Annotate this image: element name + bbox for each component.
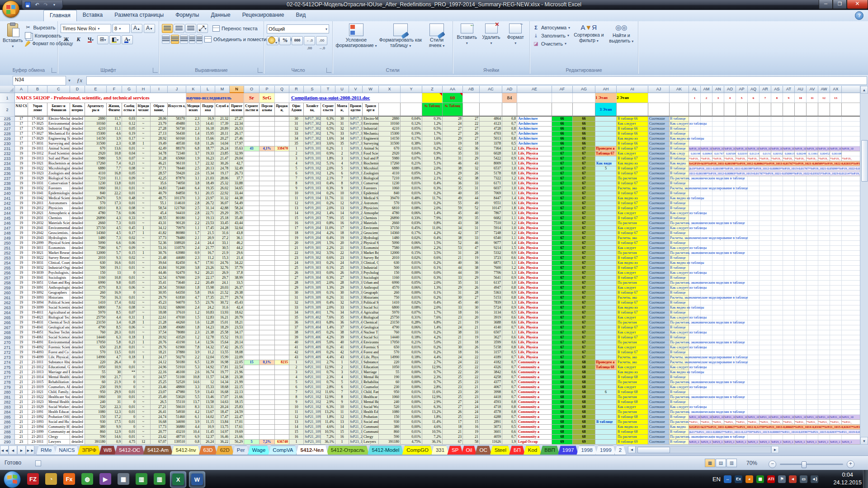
cell[interactable]: 33 — [463, 151, 480, 156]
header-cell-C2[interactable]: Бизнес-и Финансов — [47, 103, 70, 117]
cell[interactable]: 17,3 — [107, 201, 122, 206]
cell[interactable]: 25 — [443, 380, 463, 385]
cell[interactable]: Microbiol — [363, 166, 379, 171]
percent-style-button[interactable]: % — [279, 36, 291, 45]
column-header-A[interactable]: A — [15, 86, 28, 93]
cell-formula[interactable]: 0,00863 — [701, 151, 712, 156]
row-header-285[interactable]: 285 — [0, 415, 15, 420]
cell[interactable]: SrP19_2021 — [304, 211, 321, 216]
cell[interactable]: 0,8 — [502, 127, 517, 131]
header-cell[interactable] — [748, 103, 760, 117]
cell[interactable]: 0,02% — [401, 300, 422, 305]
fill-button[interactable]: ⤓Заполнить▾ — [533, 33, 570, 38]
cell[interactable]: 4780 — [379, 211, 401, 216]
cell-note[interactable] — [595, 201, 617, 206]
cell[interactable]: 7210 — [379, 176, 401, 181]
cell[interactable]: ~ — [137, 395, 151, 400]
cell[interactable] — [830, 276, 842, 281]
cell[interactable]: 31,6 — [215, 305, 230, 310]
cell[interactable] — [244, 400, 259, 405]
cell[interactable]: В таблице — [670, 256, 689, 261]
cell[interactable]: 56430 — [168, 131, 186, 136]
column-header-AQ[interactable]: AQ — [748, 86, 760, 93]
cell[interactable]: 20,27 — [215, 136, 230, 141]
cell[interactable]: 1,2 — [502, 176, 517, 181]
cell[interactable]: 520 — [379, 405, 401, 410]
header-cell[interactable] — [783, 103, 795, 117]
header-cell-S2[interactable]: Хозяйст ва, — [304, 103, 321, 117]
cell-formula[interactable]: 0,00332 — [771, 151, 783, 156]
cell[interactable]: 26,4 — [107, 360, 122, 365]
cell[interactable]: 38 — [463, 266, 480, 271]
cell[interactable]: 1,2 — [502, 266, 517, 271]
cell[interactable]: 27,21 — [151, 405, 168, 410]
header-cell[interactable] — [807, 103, 818, 117]
cell[interactable]: detailed — [70, 315, 85, 320]
cell[interactable]: 17 — [15, 131, 28, 136]
cell[interactable]: 29,6 — [230, 251, 244, 256]
cell[interactable]: 19 — [15, 355, 28, 360]
cell[interactable]: В таблице 68 — [617, 400, 648, 405]
cell[interactable]: 35,48 — [230, 216, 244, 221]
cell[interactable]: 67 — [573, 146, 595, 151]
cell[interactable]: 19 — [463, 430, 480, 435]
cell[interactable]: SrP21_109 — [349, 415, 363, 420]
cell[interactable]: 26,53 — [230, 127, 244, 131]
cell[interactable]: 0,19 — [122, 131, 137, 136]
cell[interactable] — [275, 430, 289, 435]
cell[interactable]: 19 — [15, 201, 28, 206]
cell[interactable]: 21,48 — [151, 256, 168, 261]
cell[interactable]: SrP21_101 — [349, 385, 363, 390]
header-cell-AI2[interactable] — [617, 103, 648, 117]
header-cell-K2[interactable]: Медици нских — [186, 103, 201, 117]
cell[interactable]: 0,01% — [401, 146, 422, 151]
cell[interactable]: 37 — [463, 231, 480, 236]
header-cell-N2[interactable]: Пригот овлени — [230, 103, 244, 117]
cell[interactable]: 1060 — [85, 395, 107, 400]
row-header-279[interactable]: 279 — [0, 385, 15, 390]
cell[interactable]: 24,96 — [151, 365, 168, 370]
cell[interactable]: SrP17_302 — [349, 131, 363, 136]
column-header-AJ[interactable]: AJ — [648, 86, 670, 93]
sheet-tab-RMe[interactable]: RMe — [36, 446, 56, 455]
cell[interactable]: 34 — [335, 310, 349, 315]
cell[interactable]: Soil and P — [363, 156, 379, 161]
cell[interactable]: 0,2% — [321, 201, 335, 206]
cell[interactable]: Как видно из — [617, 196, 648, 201]
cell[interactable]: Соотноше — [648, 151, 670, 156]
cell[interactable]: 67 — [573, 246, 595, 251]
cell[interactable]: 20,15 — [201, 191, 215, 196]
cell[interactable]: 52520 — [168, 380, 186, 385]
cell[interactable]: SrP17_302 — [349, 136, 363, 141]
cell-note[interactable] — [595, 405, 617, 410]
cell[interactable]: detailed — [70, 430, 85, 435]
cell[interactable]: В таблице 67 — [617, 231, 648, 236]
cell[interactable]: 21-1011 — [28, 360, 47, 365]
cell[interactable]: 1,7% — [422, 131, 443, 136]
clipboard-dialog-launcher[interactable] — [52, 68, 57, 73]
cell[interactable] — [830, 296, 842, 300]
cell[interactable]: 20,13 — [201, 166, 215, 171]
cell[interactable]: 67 — [443, 440, 463, 445]
cell[interactable]: 68 — [552, 380, 573, 385]
cell[interactable]: 16,18 — [201, 127, 215, 131]
cell[interactable]: По расчетам — [617, 251, 648, 256]
cell[interactable]: 27 — [443, 405, 463, 410]
cell[interactable]: 0,6 — [502, 335, 517, 340]
cell[interactable]: 19 — [15, 345, 28, 350]
cell[interactable] — [830, 141, 842, 146]
row-header-247[interactable]: 247 — [0, 226, 15, 231]
font-dialog-launcher[interactable] — [153, 68, 158, 73]
cell[interactable]: 12 — [201, 380, 215, 385]
cell-stage-num-7[interactable]: 7 — [760, 93, 771, 103]
cell[interactable]: 67 — [552, 340, 573, 345]
cell[interactable] — [244, 390, 259, 395]
cell-note[interactable] — [595, 216, 617, 221]
cell[interactable]: 34 — [443, 226, 463, 231]
cell[interactable]: 67,07 — [151, 440, 168, 445]
cell[interactable]: detailed — [70, 360, 85, 365]
cell[interactable]: SrP19_201 — [349, 206, 363, 211]
cell[interactable]: 2,4 — [186, 246, 201, 251]
cell[interactable]: 6,4 — [186, 186, 201, 191]
cell[interactable]: 930 — [379, 420, 401, 425]
